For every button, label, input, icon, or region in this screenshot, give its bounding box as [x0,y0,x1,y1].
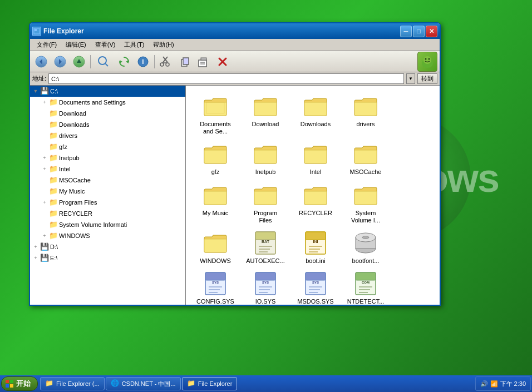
tree-item-docs[interactable]: + 📁 Documents and Settings [30,97,185,108]
file-item-progfiles[interactable]: ProgramFiles [240,179,290,227]
tree-item-gfz[interactable]: 📁 gfz [30,141,185,152]
file-label-drivers: drivers [356,121,375,128]
tree-item-recycler[interactable]: 📁 RECYCLER [30,208,185,219]
file-item-intel[interactable]: Intel [290,138,341,178]
file-item-recycler[interactable]: RECYCLER [290,179,341,227]
file-label-recycler: RECYCLER [299,210,332,217]
tree-toggle-inetpub[interactable]: + [40,153,49,162]
file-item-bootfont[interactable]: bootfont... [341,227,391,267]
cut-button[interactable] [157,53,175,70]
file-item-docs-settings[interactable]: Documentsand Se... [190,90,240,138]
file-item-msocache[interactable]: MSOCache [341,138,391,178]
file-item-download[interactable]: Download [240,90,290,138]
folder-icon-progfiles: 📁 [49,198,58,207]
home-button[interactable]: i [134,53,152,70]
tree-item-inetpub[interactable]: + 📁 Inetpub [30,152,185,163]
file-label-progfiles: ProgramFiles [254,210,277,224]
paste-button[interactable] [195,53,213,70]
svg-marker-11 [120,60,122,63]
tree-label-downloads: Downloads [59,121,89,128]
up-button[interactable] [70,53,88,70]
delete-button[interactable] [214,53,231,70]
tree-item-mymusic[interactable]: 📁 My Music [30,186,185,197]
file-item-configsys[interactable]: SYS CONFIG.SYS [190,267,240,305]
svg-point-17 [166,63,169,66]
copy-button[interactable] [176,53,194,70]
taskbar-icon-3: 📁 [187,379,196,388]
minimize-button[interactable]: ─ [400,26,412,37]
file-item-windows[interactable]: WINDOWS [190,227,240,267]
tree-item-windows[interactable]: + 📁 WINDOWS [30,230,185,241]
file-item-drivers[interactable]: drivers [341,90,391,138]
tree-pane[interactable]: ▼ 💾 C:\ + 📁 Documents and Settings 📁 Dow [30,86,186,305]
tree-label-mymusic: My Music [59,188,85,195]
search-button[interactable] [93,53,114,70]
svg-marker-10 [126,60,129,63]
file-item-sysvolinfo[interactable]: SystemVolume I... [341,179,391,227]
file-item-bootini[interactable]: INI boot.ini [290,227,341,267]
tree-item-progfiles[interactable]: + 📁 Program Files [30,197,185,208]
folder-icon-gfz: 📁 [49,142,58,151]
file-item-downloads[interactable]: Downloads [290,90,341,138]
folder-icon-downloads: 📁 [49,120,58,129]
folder-icon-file-recycler [302,182,329,209]
menu-tools[interactable]: 工具(T) [120,39,149,50]
maximize-button[interactable]: □ [413,26,425,37]
tree-item-downloads[interactable]: 📁 Downloads [30,119,185,130]
tree-item-download[interactable]: 📁 Download [30,108,185,119]
file-item-msdossys[interactable]: SYS MSDOS.SYS [290,267,341,305]
file-item-ntdetect[interactable]: COM NTDETECT... [341,267,391,305]
forward-button[interactable] [51,53,69,70]
address-bar: 地址: ▼ 转到 [30,72,440,86]
tree-toggle-c[interactable]: ▼ [31,87,40,96]
file-label-configsys: CONFIG.SYS [196,298,234,305]
tree-toggle-gfz [40,142,49,151]
tree-label-intel: Intel [59,166,71,172]
menu-help[interactable]: 帮助(H) [149,39,178,50]
taskbar-task-file-explorer-2[interactable]: 📁 File Explorer [182,377,238,390]
folder-icon-file-windows [202,230,229,256]
tree-item-drivers[interactable]: 📁 drivers [30,130,185,141]
tree-toggle-windows[interactable]: + [40,231,49,240]
menu-file[interactable]: 文件(F) [32,39,61,50]
file-pane[interactable]: Documentsand Se... Download [186,86,440,305]
tree-toggle-msocache [40,176,49,185]
tree-toggle-docs[interactable]: + [40,98,49,107]
address-input[interactable] [48,73,404,84]
back-button[interactable] [32,53,50,70]
close-button[interactable]: ✕ [426,26,437,37]
menu-bar: 文件(F) 编辑(E) 查看(V) 工具(T) 帮助(H) [30,39,440,51]
folder-icon-file-gfz [202,141,229,167]
file-item-inetpub[interactable]: Inetpub [240,138,290,178]
tree-item-intel[interactable]: + 📁 Intel [30,163,185,175]
folder-icon-docs: 📁 [49,98,58,107]
menu-edit[interactable]: 编辑(E) [61,39,91,50]
file-item-autoexec[interactable]: BAT AUTOEXEC... [240,227,290,267]
tree-item-sysvolinfo[interactable]: 📁 System Volume Informati [30,219,185,230]
refresh-button[interactable] [115,53,133,70]
file-item-gfz[interactable]: gfz [190,138,240,178]
tree-toggle-mymusic [40,187,49,196]
file-item-mymusic[interactable]: My Music [190,179,240,227]
tree-label-d: D:\ [50,244,58,250]
tree-item-msocache[interactable]: 📁 MSOCache [30,175,185,186]
taskbar-task-file-explorer-1[interactable]: 📁 File Explorer (... [40,377,105,390]
tree-label-e: E:\ [50,255,57,261]
tree-toggle-progfiles[interactable]: + [40,198,49,207]
tree-toggle-e[interactable]: + [31,254,40,262]
folder-icon-file-msocache [352,141,379,167]
drive-icon-d: 💾 [40,242,49,251]
address-dropdown[interactable]: ▼ [406,73,415,84]
tree-item-d-drive[interactable]: + 💾 D:\ [30,241,185,252]
start-button[interactable]: 开始 [1,376,38,391]
tree-toggle-d[interactable]: + [31,242,40,251]
go-button[interactable]: 转到 [417,73,437,84]
tree-item-c-drive[interactable]: ▼ 💾 C:\ [30,86,185,97]
tree-toggle-intel[interactable]: + [40,165,49,173]
file-item-iosys[interactable]: SYS IO.SYS [240,267,290,305]
taskbar-task-csdn[interactable]: 🌐 CSDN.NET - 中国... [106,377,181,390]
file-icon-configsys: SYS [202,270,229,297]
tree-item-e-drive[interactable]: + 💾 E:\ [30,252,185,264]
menu-view[interactable]: 查看(V) [91,39,120,50]
file-grid: Documentsand Se... Download [190,90,435,305]
